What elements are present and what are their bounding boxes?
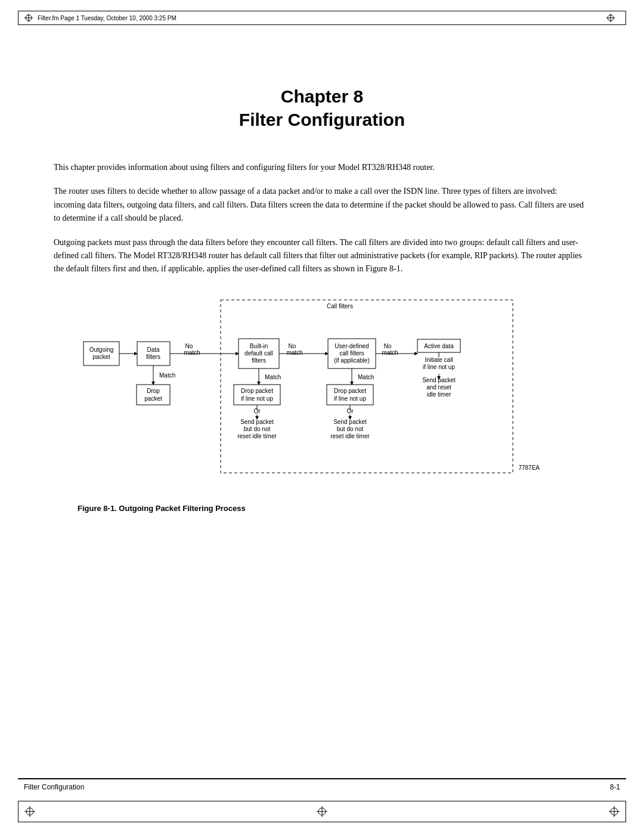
page: Filter.fm Page 1 Tuesday, October 10, 20… xyxy=(0,0,644,833)
footer-right: 8-1 xyxy=(610,783,620,791)
bottom-crosshair-left xyxy=(24,806,35,817)
svg-text:but do not: but do not xyxy=(244,426,271,432)
svg-text:reset idle timer: reset idle timer xyxy=(330,433,370,439)
svg-text:Drop packet: Drop packet xyxy=(334,388,366,394)
paragraph-1: This chapter provides information about … xyxy=(54,161,590,174)
svg-text:Send packet: Send packet xyxy=(333,419,367,425)
bottom-crosshair-center xyxy=(317,806,327,817)
svg-text:Match: Match xyxy=(159,372,175,379)
paragraph-2: The router uses filters to decide whethe… xyxy=(54,185,590,225)
svg-text:7787EA: 7787EA xyxy=(518,465,540,471)
svg-text:Outgoing: Outgoing xyxy=(89,346,114,353)
svg-text:Drop: Drop xyxy=(147,388,160,394)
svg-text:default call: default call xyxy=(244,350,273,357)
svg-text:Initiate call: Initiate call xyxy=(425,357,453,363)
svg-text:packet: packet xyxy=(92,354,110,360)
svg-text:idle timer: idle timer xyxy=(427,391,451,398)
svg-text:if line not up: if line not up xyxy=(241,395,273,402)
svg-text:Send packet: Send packet xyxy=(240,419,274,425)
svg-text:(if applicable): (if applicable) xyxy=(334,357,369,364)
svg-text:Drop packet: Drop packet xyxy=(241,388,273,394)
svg-text:match: match xyxy=(382,349,398,356)
svg-text:No: No xyxy=(185,343,193,349)
paragraph-3: Outgoing packets must pass through the d… xyxy=(54,236,590,276)
svg-text:Match: Match xyxy=(358,374,374,380)
svg-text:filters: filters xyxy=(252,357,266,364)
svg-text:reset idle timer: reset idle timer xyxy=(237,433,277,439)
svg-text:if line not up: if line not up xyxy=(423,364,455,370)
svg-rect-6 xyxy=(221,300,513,473)
bottom-crosshair-right xyxy=(609,806,620,817)
figure-caption: Figure 8-1. Outgoing Packet Filtering Pr… xyxy=(78,504,566,513)
svg-text:but do not: but do not xyxy=(337,426,364,432)
svg-text:Data: Data xyxy=(147,346,160,353)
svg-text:call filters: call filters xyxy=(339,350,364,357)
header-bar: Filter.fm Page 1 Tuesday, October 10, 20… xyxy=(18,11,626,25)
chapter-title: Chapter 8 Filter Configuration xyxy=(54,85,590,131)
header-crosshair-right xyxy=(606,14,615,22)
svg-text:User-defined: User-defined xyxy=(335,343,369,349)
figure-diagram: Call filters Outgoing packet Data filter… xyxy=(78,294,566,498)
svg-text:filters: filters xyxy=(146,354,160,360)
svg-text:and reset: and reset xyxy=(426,384,451,391)
svg-text:Call filters: Call filters xyxy=(327,303,353,309)
svg-text:packet: packet xyxy=(144,395,162,402)
svg-text:Active data: Active data xyxy=(424,343,454,349)
header-crosshair-left xyxy=(24,14,33,22)
main-content: Chapter 8 Filter Configuration This chap… xyxy=(0,25,644,778)
footer-left: Filter Configuration xyxy=(24,783,84,791)
bottom-margin-bar xyxy=(18,801,626,822)
svg-text:match: match xyxy=(286,349,302,356)
svg-text:match: match xyxy=(184,349,200,356)
svg-text:No: No xyxy=(289,343,296,349)
svg-text:Match: Match xyxy=(265,374,281,380)
svg-text:if line not up: if line not up xyxy=(334,395,366,402)
figure-container: Call filters Outgoing packet Data filter… xyxy=(54,294,590,513)
svg-text:Built-in: Built-in xyxy=(250,343,268,349)
footer-bar: Filter Configuration 8-1 xyxy=(18,778,626,795)
chapter-heading: Chapter 8 Filter Configuration xyxy=(54,85,590,131)
header-text: Filter.fm Page 1 Tuesday, October 10, 20… xyxy=(38,15,177,21)
svg-text:No: No xyxy=(384,343,392,349)
